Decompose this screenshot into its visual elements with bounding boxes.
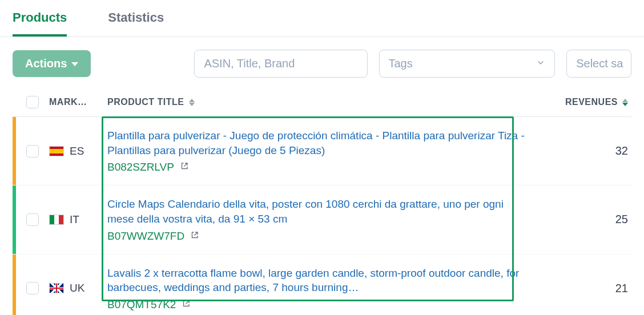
sort-icon [189,99,195,106]
row-market: IT [49,185,107,253]
row-revenue: 21 [540,255,631,315]
table-row: UK Lavalis 2 x terracotta flame bowl, la… [13,255,631,315]
header-market-label: MARK… [49,97,87,107]
row-check-cell [16,185,49,253]
tab-statistics[interactable]: Statistics [108,10,164,37]
row-revenue: 32 [540,117,631,185]
row-checkbox[interactable] [26,282,39,294]
header-product-title[interactable]: PRODUCT TITLE [107,97,540,107]
header-market[interactable]: MARK… [49,97,107,107]
asin-code[interactable]: B07QMT57K2 [107,298,176,311]
search-input-wrapper[interactable] [194,50,367,78]
status-placeholder: Select sa [576,57,623,70]
row-title-cell: Circle Maps Calendario della vita, poste… [107,185,540,253]
row-market: UK [49,255,107,315]
flag-icon [49,283,64,293]
market-code: ES [70,145,84,158]
toolbar: Actions Tags Select sa [0,37,644,89]
table-row: IT Circle Maps Calendario della vita, po… [13,185,631,254]
row-check-cell [16,255,49,315]
row-checkbox[interactable] [26,213,39,226]
header-revenues[interactable]: REVENUES [540,97,631,107]
asin-line: B07QMT57K2 [107,298,191,311]
market-code: IT [70,213,79,226]
status-select[interactable]: Select sa [566,50,631,78]
product-title-link[interactable]: Lavalis 2 x terracotta flame bowl, large… [107,266,529,295]
products-table: MARK… PRODUCT TITLE REVENUES ES P [0,89,644,315]
table-header: MARK… PRODUCT TITLE REVENUES [13,89,631,117]
revenue-value: 32 [615,144,628,158]
row-check-cell [16,117,49,185]
header-title-label: PRODUCT TITLE [107,97,184,107]
flag-icon [49,146,64,156]
header-check [16,96,49,108]
asin-line: B07WWZW7FD [107,230,199,243]
row-title-cell: Plantilla para pulverizar - Juego de pro… [107,117,540,185]
tags-select[interactable]: Tags [379,50,556,78]
table-row: ES Plantilla para pulverizar - Juego de … [13,117,631,185]
chevron-down-icon [536,57,545,70]
product-title-link[interactable]: Plantilla para pulverizar - Juego de pro… [107,128,529,158]
product-title-link[interactable]: Circle Maps Calendario della vita, poste… [107,197,529,226]
asin-line: B082SZRLVP [107,161,189,173]
revenue-value: 25 [615,213,628,226]
actions-label: Actions [25,57,67,70]
row-title-cell: Lavalis 2 x terracotta flame bowl, large… [107,255,540,315]
row-market: ES [49,117,107,185]
row-revenue: 25 [540,185,631,253]
external-link-icon[interactable] [182,298,191,311]
row-checkbox[interactable] [26,145,39,158]
external-link-icon[interactable] [190,230,199,243]
main-tabs: Products Statistics [0,0,644,37]
actions-button[interactable]: Actions [13,50,91,77]
tab-products[interactable]: Products [13,10,67,37]
search-input[interactable] [204,57,357,70]
select-all-checkbox[interactable] [26,96,39,108]
asin-code[interactable]: B082SZRLVP [107,161,174,173]
header-revenues-label: REVENUES [565,97,618,107]
sort-icon [622,99,628,106]
flag-icon [49,215,64,225]
chevron-down-icon [71,62,78,66]
tags-placeholder: Tags [389,57,413,70]
external-link-icon[interactable] [180,161,189,173]
revenue-value: 21 [615,282,628,295]
asin-code[interactable]: B07WWZW7FD [107,230,184,243]
market-code: UK [70,282,84,294]
